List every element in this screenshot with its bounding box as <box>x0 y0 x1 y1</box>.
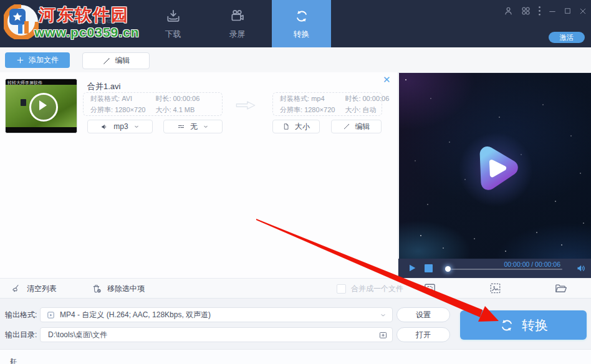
document-icon <box>282 123 290 130</box>
maximize-button[interactable] <box>564 7 572 15</box>
open-output-button[interactable]: 打开 <box>396 327 450 342</box>
chevron-down-icon <box>380 312 387 318</box>
file-name: 合并1.avi <box>87 81 120 92</box>
playback-time: 00:00:00 / 00:00:06 <box>504 261 561 268</box>
source-resolution-label: 分辨率: <box>90 106 113 113</box>
source-size-value: 4.1 MB <box>173 106 195 113</box>
convert-button[interactable]: 转换 <box>460 310 587 340</box>
volume-icon[interactable] <box>576 263 587 274</box>
main-nav: 下载 录屏 <box>143 0 331 47</box>
output-dir-value: D:\tools\桌面\文件 <box>48 330 107 340</box>
menu-kebab-icon[interactable] <box>538 6 541 16</box>
size-button[interactable]: 大小 <box>272 120 320 133</box>
file-list: 转转大师录屏软件 合并1.avi ✕ 封装格式: AVI 分辨率: 1280×7… <box>0 72 398 278</box>
user-icon[interactable] <box>503 6 514 16</box>
convert-button-label: 转换 <box>522 317 548 334</box>
target-duration-value: 00:00:06 <box>363 95 390 102</box>
target-resolution-value: 1280×720 <box>304 106 335 113</box>
size-button-label: 大小 <box>295 122 310 132</box>
chevron-down-icon <box>203 123 209 130</box>
video-file-icon <box>46 310 55 320</box>
subtitle-value: 无 <box>190 122 198 132</box>
seek-slider[interactable] <box>445 269 562 270</box>
remove-selected-button[interactable]: 移除选中项 <box>92 279 145 299</box>
source-duration-label: 时长: <box>155 95 171 102</box>
window-controls <box>503 6 587 16</box>
target-format-label: 封装格式: <box>280 95 309 102</box>
target-format-value: mp4 <box>311 95 324 102</box>
speaker-icon <box>100 123 108 131</box>
trash-check-icon <box>92 284 102 294</box>
add-files-button[interactable]: 添加文件 <box>5 52 70 68</box>
settings-button[interactable]: 设置 <box>396 307 450 322</box>
close-button[interactable] <box>579 7 587 16</box>
source-resolution-value: 1280×720 <box>115 106 145 113</box>
source-format-label: 封装格式: <box>90 95 120 102</box>
snapshot-icon[interactable] <box>423 281 437 295</box>
remove-file-icon[interactable]: ✕ <box>383 75 391 85</box>
camera-icon <box>229 8 246 24</box>
remove-selected-label: 移除选中项 <box>107 284 145 294</box>
tab-download[interactable]: 下载 <box>143 0 203 47</box>
minimize-button[interactable] <box>548 7 557 16</box>
clear-list-label: 清空列表 <box>27 284 57 294</box>
wand-icon <box>102 57 111 65</box>
edit-item-label: 编辑 <box>355 122 370 132</box>
tab-record-label: 录屏 <box>229 29 246 40</box>
target-resolution-label: 分辨率: <box>280 106 302 113</box>
status-bar: 任务数: 1 <box>0 349 591 364</box>
add-files-label: 添加文件 <box>29 55 59 65</box>
output-format-value: MP4 - 自定义 (H.264; AAC, 128Kbps, 双声道) <box>60 310 211 320</box>
list-actions-bar: 清空列表 移除选中项 合并成一个文件 <box>0 278 591 298</box>
thumb-desktop-icon <box>21 99 26 106</box>
thumb-caption: 转转大师录屏软件 <box>7 80 42 86</box>
watermark-site-name: 河东软件园 <box>39 4 129 26</box>
preview-panel: 00:00:00 / 00:00:06 <box>398 72 591 278</box>
app-logo <box>4 4 39 39</box>
audio-track-value: mp3 <box>113 122 128 131</box>
target-size-value: 自动 <box>363 106 377 113</box>
tab-record[interactable]: 录屏 <box>208 0 267 47</box>
convert-direction-arrow-icon <box>234 98 257 112</box>
subtitle-dropdown[interactable]: 无 <box>163 120 223 133</box>
browse-folder-icon[interactable] <box>378 330 388 340</box>
open-folder-icon[interactable] <box>554 281 568 295</box>
edit-button-toolbar[interactable]: 编辑 <box>82 52 150 69</box>
watermark-site-url: www.pc0359.cn <box>34 25 140 40</box>
convert-icon <box>294 8 310 24</box>
audio-track-dropdown[interactable]: mp3 <box>87 120 153 133</box>
output-section: 输出格式: MP4 - 自定义 (H.264; AAC, 128Kbps, 双声… <box>0 298 591 349</box>
output-dir-input[interactable]: D:\tools\桌面\文件 <box>40 327 393 342</box>
file-controls-row: mp3 无 <box>0 120 398 133</box>
broom-icon <box>11 284 22 294</box>
tab-download-label: 下载 <box>165 29 181 40</box>
edit-toolbar-label: 编辑 <box>115 55 130 66</box>
image-icon[interactable] <box>488 281 502 295</box>
tab-convert[interactable]: 转换 <box>272 0 331 47</box>
seek-knob[interactable] <box>445 266 451 272</box>
convert-icon <box>499 317 515 333</box>
preview-play-button[interactable] <box>466 138 526 198</box>
source-info-box: 封装格式: AVI 分辨率: 1280×720 时长: 00:00:06 大小:… <box>83 92 223 116</box>
clear-list-button[interactable]: 清空列表 <box>11 279 57 299</box>
merge-checkbox[interactable] <box>337 284 346 294</box>
output-format-label: 输出格式: <box>5 307 37 322</box>
source-size-label: 大小: <box>155 106 171 113</box>
player-controls: 00:00:00 / 00:00:06 <box>398 259 591 278</box>
toolbar: 添加文件 编辑 <box>0 47 591 73</box>
output-dir-label: 输出目录: <box>5 327 37 342</box>
activate-button[interactable]: 激活 <box>549 32 585 43</box>
merge-label: 合并成一个文件 <box>351 284 403 294</box>
app-window: Thinker Video Keeper 下载 <box>0 0 591 364</box>
subtitle-icon <box>177 123 185 131</box>
source-duration-value: 00:00:06 <box>173 95 200 102</box>
edit-button-item[interactable]: 编辑 <box>331 120 382 133</box>
play-icon[interactable] <box>407 263 417 273</box>
stop-icon[interactable] <box>425 264 433 272</box>
merge-files-option: 合并成一个文件 <box>337 279 403 299</box>
plus-icon <box>16 56 24 64</box>
target-duration-label: 时长: <box>345 95 360 102</box>
star-field <box>405 79 406 80</box>
output-format-select[interactable]: MP4 - 自定义 (H.264; AAC, 128Kbps, 双声道) <box>40 307 393 322</box>
apps-grid-icon[interactable] <box>521 6 531 16</box>
